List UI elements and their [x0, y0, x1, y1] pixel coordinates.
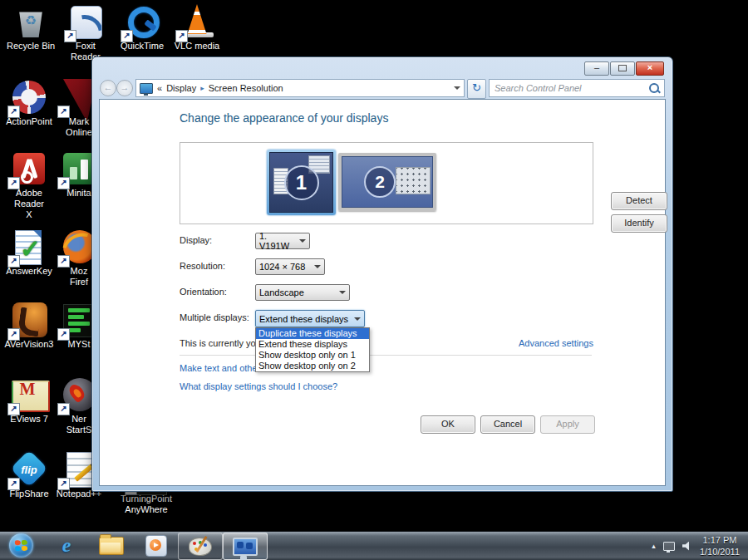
taskbar-paint[interactable] — [178, 533, 223, 560]
multiple-displays-label: Multiple displays: — [180, 312, 249, 322]
shortcut-arrow-icon: ↗ — [57, 403, 70, 415]
answerkey-icon: ✓ ↗ — [10, 229, 48, 266]
refresh-button[interactable]: ↻ — [467, 79, 486, 99]
forward-button[interactable]: → — [116, 80, 133, 96]
search-input[interactable] — [493, 82, 649, 94]
shortcut-arrow-icon: ↗ — [121, 30, 133, 42]
actionpoint-icon: ↗ — [10, 80, 48, 116]
shortcut-arrow-icon: ↗ — [57, 106, 70, 118]
breadcrumb-chevrons[interactable]: « — [157, 83, 162, 93]
current-display-text: This is currently you — [180, 338, 261, 348]
icon-label-line2: X — [3, 209, 55, 220]
resolution-select-value: 1024 × 768 — [259, 262, 305, 272]
monitor-2[interactable]: 2 — [338, 153, 436, 211]
shortcut-arrow-icon: ↗ — [57, 177, 70, 189]
shortcut-arrow-icon: ↗ — [57, 255, 70, 268]
adobe-reader-icon: ↗ — [10, 151, 48, 188]
multiple-displays-select[interactable]: Extend these displays — [255, 310, 365, 327]
media-player-icon — [145, 535, 167, 557]
identify-button[interactable]: Identify — [611, 214, 667, 233]
make-text-link[interactable]: Make text and other — [180, 363, 260, 373]
volume-icon[interactable] — [682, 542, 692, 551]
foxit-reader-icon: ↗ — [66, 4, 105, 41]
maximize-icon — [618, 65, 627, 71]
display-mini-icon — [140, 83, 153, 94]
taskbar: e ▴ 1:17 PM 1/10/2011 — [0, 531, 748, 560]
chevron-down-icon — [339, 291, 346, 294]
resolution-label: Resolution: — [180, 261, 225, 271]
internet-explorer-icon: e — [62, 534, 71, 557]
display-label: Display: — [180, 235, 212, 245]
desktop-icon-eviews[interactable]: M ↗ EViews 7 — [3, 377, 55, 425]
taskbar-windows-explorer[interactable] — [93, 533, 130, 558]
shortcut-arrow-icon: ↗ — [7, 478, 20, 490]
resolution-select[interactable]: 1024 × 768 — [255, 258, 325, 275]
back-icon: ← — [104, 82, 113, 92]
network-icon[interactable] — [663, 542, 675, 551]
desktop-icon-actionpoint[interactable]: ↗ ActionPoint — [3, 80, 55, 127]
dropdown-option-duplicate[interactable]: Duplicate these displays — [256, 328, 369, 339]
chevron-down-icon[interactable] — [454, 86, 460, 90]
orientation-select-value: Landscape — [259, 287, 304, 297]
page-title: Change the appearance of your displays — [180, 111, 388, 125]
desktop-icon-adobe-reader[interactable]: ↗ Adobe Reader X — [3, 151, 55, 220]
shortcut-arrow-icon: ↗ — [7, 106, 20, 118]
close-button[interactable]: × — [636, 61, 664, 76]
taskbar-media-player[interactable] — [138, 533, 175, 558]
orientation-label: Orientation: — [180, 287, 227, 297]
refresh-icon: ↻ — [472, 81, 481, 94]
desktop-icon-recycle-bin[interactable]: ♻ Recycle Bin — [5, 4, 57, 52]
search-box[interactable] — [489, 79, 665, 97]
cancel-button[interactable]: Cancel — [480, 415, 535, 434]
shortcut-arrow-icon: ↗ — [7, 255, 20, 268]
clock[interactable]: 1:17 PM 1/10/2011 — [700, 534, 740, 558]
detect-button[interactable]: Detect — [611, 192, 667, 210]
recycle-bin-icon: ♻ — [12, 4, 50, 41]
chevron-down-icon — [299, 239, 306, 243]
maximize-button[interactable] — [610, 61, 635, 76]
desktop-icon-quicktime[interactable]: ↗ QuickTime — [116, 4, 168, 52]
icon-label-line2: AnyWhere — [108, 504, 185, 515]
folder-icon — [99, 537, 124, 555]
taskbar-screen-resolution[interactable] — [223, 533, 268, 560]
back-button[interactable]: ← — [100, 80, 116, 96]
monitor-2-number: 2 — [364, 166, 396, 198]
monitor-icon — [233, 538, 258, 556]
dropdown-option-show-2[interactable]: Show desktop only on 2 — [256, 361, 369, 371]
answerkey-check: ✓ — [20, 234, 41, 263]
show-hidden-icons-button[interactable]: ▴ — [652, 542, 656, 550]
desktop-icon-foxit-reader[interactable]: ↗ Foxit Reader — [60, 4, 111, 62]
monitor-1-screen: 1 — [269, 152, 333, 213]
flipshare-icon: flip ↗ — [10, 452, 48, 489]
paint-palette-icon — [189, 538, 212, 556]
icon-label: Recycle Bin — [5, 41, 57, 52]
display-select-value: 1. V191W — [259, 231, 299, 251]
what-settings-link[interactable]: What display settings should I choose? — [180, 381, 337, 391]
desktop-icon-flipshare[interactable]: flip ↗ FlipShare — [3, 452, 55, 499]
quicktime-icon: ↗ — [123, 4, 161, 41]
dropdown-option-show-1[interactable]: Show desktop only on 1 — [256, 350, 369, 361]
caption-buttons: – × — [584, 61, 664, 76]
clock-time: 1:17 PM — [700, 534, 740, 546]
taskbar-internet-explorer[interactable]: e — [48, 533, 85, 558]
minimize-button[interactable]: – — [584, 61, 609, 76]
desktop-icon-vlc[interactable]: ↗ VLC media — [171, 4, 223, 52]
start-button[interactable] — [7, 533, 35, 558]
multiple-displays-select-value: Extend these displays — [259, 314, 348, 324]
orientation-select[interactable]: Landscape — [255, 284, 350, 301]
ok-button[interactable]: OK — [421, 415, 475, 434]
vlc-cone-icon: ↗ — [178, 4, 216, 41]
breadcrumb-page[interactable]: Screen Resolution — [209, 83, 283, 93]
advanced-settings-link[interactable]: Advanced settings — [519, 338, 593, 348]
desktop-icon-answerkey[interactable]: ✓ ↗ AnswerKey — [3, 229, 55, 277]
display-select[interactable]: 1. V191W — [255, 233, 310, 249]
monitor-1[interactable]: 1 — [267, 150, 336, 215]
search-icon — [649, 83, 659, 93]
desktop-icon-avervision[interactable]: ↗ AVerVision3 — [3, 302, 55, 350]
eviews-m: M — [10, 380, 45, 399]
dropdown-option-extend[interactable]: Extend these displays — [256, 339, 369, 350]
breadcrumb-display[interactable]: Display — [166, 83, 196, 93]
system-tray: ▴ 1:17 PM 1/10/2011 — [652, 532, 748, 560]
address-bar[interactable]: « Display ▸ Screen Resolution — [135, 79, 465, 97]
flipshare-logo-text: flip — [10, 464, 48, 476]
